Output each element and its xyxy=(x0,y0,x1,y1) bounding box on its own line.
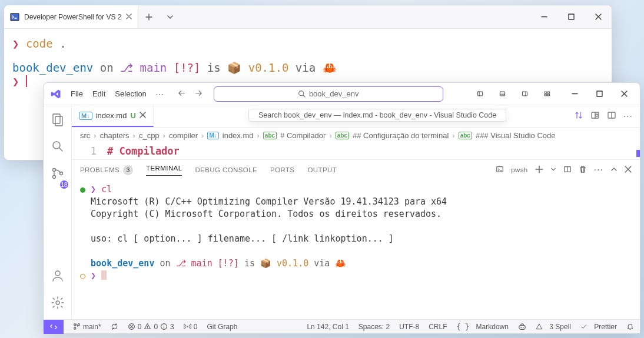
preview-icon[interactable] xyxy=(590,111,600,122)
panel-tab-ports[interactable]: PORTS xyxy=(270,166,294,173)
activity-bar: 18 xyxy=(44,105,72,319)
settings-gear-icon[interactable] xyxy=(49,295,66,311)
markdown-file-icon: M↓ xyxy=(79,112,92,120)
package-icon: 📦 xyxy=(260,258,277,269)
new-terminal-button[interactable] xyxy=(535,165,543,175)
title-tooltip: Search book_dev_env — index.md - book_de… xyxy=(248,109,506,122)
status-sync[interactable] xyxy=(111,323,118,330)
editor-content[interactable]: 1 # Compilador xyxy=(72,143,640,159)
explorer-icon[interactable] xyxy=(49,111,66,128)
breadcrumb-item[interactable]: src xyxy=(80,131,90,140)
layout-panel-right-icon[interactable] xyxy=(516,86,533,102)
panel-tab-output[interactable]: OUTPUT xyxy=(307,166,337,173)
menu-more[interactable]: ··· xyxy=(156,89,164,98)
compare-changes-icon[interactable] xyxy=(574,111,583,122)
panel-more-icon[interactable]: ··· xyxy=(594,165,603,175)
account-icon[interactable] xyxy=(49,267,66,284)
maximize-button[interactable] xyxy=(557,5,585,29)
layout-panel-bottom-icon[interactable] xyxy=(494,86,510,102)
status-spell[interactable]: 3 Spell xyxy=(536,323,571,331)
maximize-panel-icon[interactable] xyxy=(610,166,618,174)
breadcrumb-item[interactable]: index.md xyxy=(223,131,254,140)
svg-rect-10 xyxy=(597,91,602,96)
status-branch[interactable]: main* xyxy=(73,323,101,331)
menu-file[interactable]: File xyxy=(71,89,83,98)
breadcrumb-item[interactable]: ## Configuração do terminal xyxy=(353,131,449,140)
prompt-symbol: ❯ xyxy=(12,37,19,50)
terminal-output[interactable]: ● ❯ cl Microsoft (R) C/C++ Optimizing Co… xyxy=(72,180,640,319)
output-line: Microsoft (R) C/C++ Optimizing Compiler … xyxy=(91,196,447,207)
maximize-button[interactable] xyxy=(587,83,612,105)
status-eol[interactable]: CRLF xyxy=(429,323,447,331)
menu-edit[interactable]: Edit xyxy=(92,89,105,98)
status-copilot-icon[interactable] xyxy=(518,323,526,331)
svg-rect-0 xyxy=(11,14,19,21)
shell-label[interactable]: pwsh xyxy=(511,166,527,173)
panel-tab-debug[interactable]: DEBUG CONSOLE xyxy=(195,166,257,173)
layout-panel-left-icon[interactable] xyxy=(472,86,488,102)
status-problems[interactable]: 0 0 3 xyxy=(128,323,174,331)
command-center[interactable]: book_dev_env xyxy=(214,86,443,102)
svg-point-26 xyxy=(78,324,79,326)
remote-indicator[interactable] xyxy=(44,320,64,334)
status-cursor-pos[interactable]: Ln 142, Col 1 xyxy=(307,323,348,331)
more-actions-icon[interactable]: ··· xyxy=(623,111,633,122)
breadcrumb-item[interactable]: c_cpp xyxy=(139,131,160,140)
split-editor-icon[interactable] xyxy=(607,111,616,122)
split-terminal-icon[interactable] xyxy=(563,165,572,175)
panel-tab-problems[interactable]: PROBLEMS3 xyxy=(80,165,133,175)
status-encoding[interactable]: UTF-8 xyxy=(399,323,419,331)
editor-area: M↓ index.md U Search book_dev_env — inde… xyxy=(72,105,640,319)
breadcrumb-item[interactable]: ### Visual Studio Code xyxy=(476,131,556,140)
version: v0.1.0 xyxy=(277,258,308,269)
breadcrumbs[interactable]: src› chapters› c_cpp› compiler› M↓ index… xyxy=(72,128,640,143)
tab-modified-indicator: U xyxy=(130,111,135,120)
search-icon[interactable] xyxy=(49,138,66,155)
svg-rect-5 xyxy=(522,92,527,96)
tab-dropdown[interactable] xyxy=(160,5,181,28)
close-button[interactable] xyxy=(585,5,612,29)
breadcrumb-item[interactable]: compiler xyxy=(169,131,198,140)
new-tab-button[interactable] xyxy=(138,5,160,28)
svg-point-17 xyxy=(55,271,60,276)
terminal-tab[interactable]: Developer PowerShell for VS 2 xyxy=(4,5,138,28)
nav-back-button[interactable] xyxy=(177,89,186,99)
heading-icon: abc xyxy=(336,132,349,139)
breadcrumb-item[interactable]: chapters xyxy=(100,131,130,140)
breadcrumb-item[interactable]: # Compilador xyxy=(280,131,326,140)
close-icon[interactable] xyxy=(126,13,132,21)
panel-tabs: PROBLEMS3 TERMINAL DEBUG CONSOLE PORTS O… xyxy=(72,160,640,180)
close-icon[interactable] xyxy=(140,111,146,120)
svg-point-20 xyxy=(596,114,598,116)
svg-point-29 xyxy=(187,326,188,327)
minimize-button[interactable] xyxy=(562,83,587,105)
layout-customize-icon[interactable] xyxy=(539,86,555,102)
svg-rect-11 xyxy=(53,114,60,123)
status-prettier[interactable]: Prettier xyxy=(580,323,617,331)
search-text: book_dev_env xyxy=(309,89,359,98)
close-button[interactable] xyxy=(612,83,636,105)
close-panel-icon[interactable] xyxy=(625,166,632,174)
terminal-profile-icon[interactable] xyxy=(496,165,504,175)
editor-actions: ··· xyxy=(574,105,640,127)
kill-terminal-icon[interactable] xyxy=(579,165,587,175)
svg-rect-6 xyxy=(545,92,546,93)
cwd: book_dev_env xyxy=(12,61,93,74)
menu-selection[interactable]: Selection xyxy=(115,89,146,98)
nav-forward-button[interactable] xyxy=(194,89,203,99)
version: v0.1.0 xyxy=(248,61,289,74)
status-indent[interactable]: Spaces: 2 xyxy=(358,323,390,331)
minimize-button[interactable] xyxy=(530,5,557,29)
package-icon: 📦 xyxy=(227,61,248,74)
problems-count-badge: 3 xyxy=(123,165,133,175)
panel-tab-terminal[interactable]: TERMINAL xyxy=(146,165,182,176)
svg-rect-12 xyxy=(55,116,62,126)
svg-rect-9 xyxy=(547,94,549,96)
status-notifications-icon[interactable] xyxy=(626,323,634,331)
terminal-dropdown[interactable] xyxy=(550,166,556,173)
status-ports[interactable]: 0 xyxy=(184,323,198,331)
status-gitgraph[interactable]: Git Graph xyxy=(207,323,237,331)
cwd: book_dev_env xyxy=(91,258,154,269)
status-language[interactable]: { } Markdown xyxy=(457,323,509,331)
editor-tab[interactable]: M↓ index.md U xyxy=(72,105,154,127)
